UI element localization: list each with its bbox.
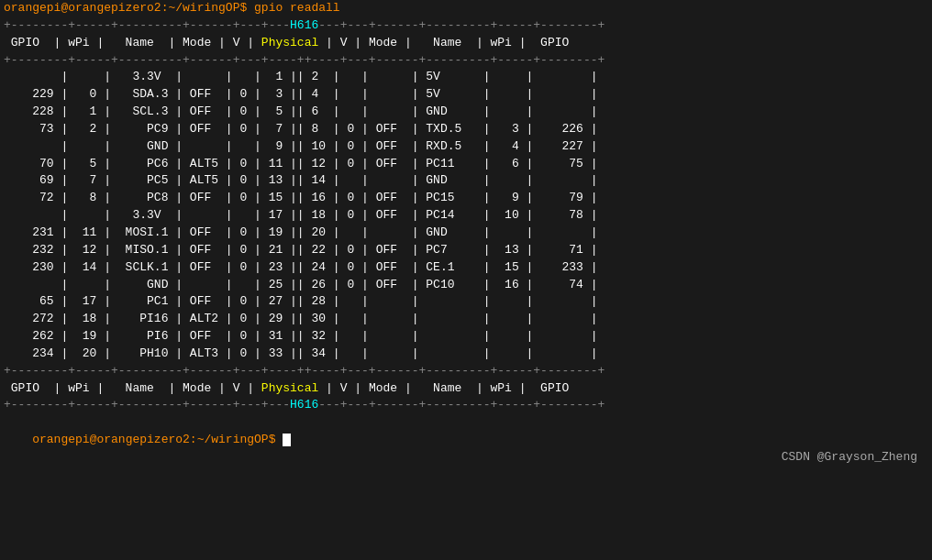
row-16: 262 | 19 | PI6 | OFF | 0 | 31 || 32 | | … xyxy=(0,328,932,346)
row-14: 65 | 17 | PC1 | OFF | 0 | 27 || 28 | | |… xyxy=(0,293,932,311)
row-2: 229 | 0 | SDA.3 | OFF | 0 | 3 || 4 | | |… xyxy=(0,86,932,104)
footer-separator: +--------+-----+---------+------+---+---… xyxy=(0,363,932,380)
terminal-window: orangepi@orangepizero2:~/wiringOP$ gpio … xyxy=(0,0,932,560)
row-12: 230 | 14 | SCLK.1 | OFF | 0 | 23 || 24 |… xyxy=(0,259,932,277)
footer-header-row: GPIO | wPi | Name | Mode | V | Physical … xyxy=(0,380,932,398)
row-10: 231 | 11 | MOSI.1 | OFF | 0 | 19 || 20 |… xyxy=(0,225,932,242)
row-3: 228 | 1 | SCL.3 | OFF | 0 | 5 || 6 | | |… xyxy=(0,104,932,121)
row-15: 272 | 18 | PI16 | ALT2 | 0 | 29 || 30 | … xyxy=(0,311,932,328)
row-9: | | 3.3V | | | 17 || 18 | 0 | OFF | PC14… xyxy=(0,207,932,225)
row-17: 234 | 20 | PH10 | ALT3 | 0 | 33 || 34 | … xyxy=(0,346,932,363)
separator-2: +--------+-----+---------+------+---+---… xyxy=(0,52,932,70)
separator-top: +--------+-----+---------+------+---+---… xyxy=(0,17,932,35)
row-5: | | GND | | | 9 || 10 | 0 | OFF | RXD.5 … xyxy=(0,138,932,156)
header-row: GPIO | wPi | Name | Mode | V | Physical … xyxy=(0,35,932,52)
prompt-line-2: orangepi@orangepizero2:~/wiringOP$ CSDN … xyxy=(0,414,932,483)
row-11: 232 | 12 | MISO.1 | OFF | 0 | 21 || 22 |… xyxy=(0,242,932,259)
row-7: 69 | 7 | PC5 | ALT5 | 0 | 13 || 14 | | |… xyxy=(0,172,932,190)
cursor xyxy=(283,434,291,446)
row-1: | | 3.3V | | | 1 || 2 | | | 5V | | | xyxy=(0,69,932,86)
row-13: | | GND | | | 25 || 26 | 0 | OFF | PC10 … xyxy=(0,277,932,294)
footer-h616-line: +--------+-----+---------+------+---+---… xyxy=(0,397,932,414)
row-6: 70 | 5 | PC6 | ALT5 | 0 | 11 || 12 | 0 |… xyxy=(0,156,932,173)
prompt-text: orangepi@orangepizero2:~/wiringOP$ xyxy=(32,433,283,446)
row-4: 73 | 2 | PC9 | OFF | 0 | 7 || 8 | 0 | OF… xyxy=(0,121,932,138)
prompt-line-1: orangepi@orangepizero2:~/wiringOP$ gpio … xyxy=(0,0,932,17)
row-8: 72 | 8 | PC8 | OFF | 0 | 15 || 16 | 0 | … xyxy=(0,190,932,207)
attribution: CSDN @Grayson_Zheng xyxy=(782,449,917,467)
